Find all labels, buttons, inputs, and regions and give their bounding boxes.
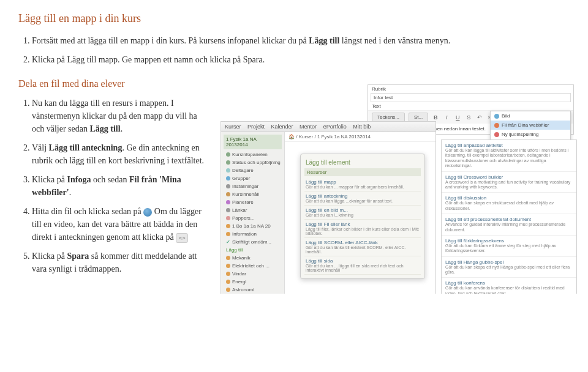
italic-icon[interactable]: I [443, 114, 450, 121]
folder-icon [226, 272, 230, 276]
popup-item[interactable]: Lägg till sidaGör att du kan ... lägga t… [304, 256, 421, 275]
rubrik-input[interactable]: Infor test [371, 93, 571, 102]
activity-item[interactable]: Lägg till anpassad aktivitetGör att du k… [442, 140, 576, 172]
activity-title: Lägg till förklaringssekvens [445, 238, 573, 244]
intro-text: längst ned i den vänstra menyn. [339, 36, 450, 45]
bullet-icon [226, 200, 230, 204]
tab-bib[interactable]: Mitt bib [353, 124, 371, 130]
sidebar-item[interactable]: Kursinnehåll [224, 190, 282, 198]
tab-eportfolio[interactable]: ePortfolio [323, 124, 347, 130]
activity-desc: Gör att du kan skapa ett nytt Hänga gubb… [445, 265, 573, 275]
activity-item[interactable]: Lägg till Crossword builderA crossword i… [442, 172, 576, 193]
sidebar-label: Information [232, 231, 257, 237]
step-text: Klicka på [32, 251, 67, 261]
embed-icon: <> [176, 233, 188, 243]
globe-icon [143, 208, 152, 217]
popup-item-title: Lägg till Fil eller länk [306, 221, 420, 227]
image-icon [494, 114, 499, 119]
sidebar-item[interactable]: Kursinfopanelen [224, 151, 282, 158]
sidebar-add-sub[interactable]: Lägg till [224, 246, 282, 254]
intro-text: Fortsätt med att lägga till en mapp i di… [32, 36, 309, 45]
popup-item-desc: Gör att du kan ... lägga till en sida me… [306, 264, 420, 272]
font-dropdown[interactable]: Teckens... [372, 113, 405, 122]
intro-list: Fortsätt med att lägga till en mapp i di… [18, 34, 570, 66]
sidebar-item[interactable]: 1 Bo 1a 1a NA 20 [224, 222, 282, 230]
sidebar-label: Kursinfopanelen [232, 152, 268, 157]
popup-item-title: Lägg till mapp [306, 179, 420, 185]
page-heading: Lägg till en mapp i din kurs [18, 12, 570, 25]
step-text: Välj [32, 143, 49, 152]
menu-item-audio[interactable]: Ny ljudinspelning [491, 130, 570, 139]
folder-icon [226, 256, 230, 260]
sidebar-item[interactable]: Pappers... [224, 214, 282, 222]
folder-icon [226, 288, 230, 292]
activity-title: Lägg till diskussion [445, 195, 573, 201]
popup-item-desc: Gör att du kan länka till existent SCORM… [306, 245, 420, 254]
size-dropdown[interactable]: St... [409, 113, 428, 122]
nav-tabs: Kurser Projekt Kalender Mentor ePortfoli… [221, 122, 435, 132]
sidebar-item[interactable]: Mekanik [224, 254, 282, 262]
label-text: Text [372, 103, 381, 109]
bold-icon[interactable]: B [432, 114, 439, 121]
step-text: Klicka på [32, 175, 67, 184]
undo-icon[interactable]: ↶ [476, 114, 483, 121]
activity-item[interactable]: Lägg till Hänga gubbe-spelGör att du kan… [442, 257, 576, 278]
popup-item-title: Lägg till sida [306, 258, 420, 264]
sidebar-item[interactable]: Astronomi [224, 286, 282, 294]
activity-item[interactable]: Lägg till förklaringssekvensGör att du k… [442, 236, 576, 257]
activity-item[interactable]: Lägg till konferensGör att du kan använd… [442, 278, 576, 294]
popup-item[interactable]: Lägg till Fil eller länkLägg till filer,… [304, 220, 421, 238]
popup-item[interactable]: Lägg till SCORM- eller AICC-länkGör att … [304, 238, 421, 256]
sidebar-item[interactable]: Status och uppföljning [224, 158, 282, 166]
activity-item[interactable]: Lägg till diskussionGör att du kan skapa… [442, 193, 576, 214]
sidebar-item[interactable]: Inställningar [224, 182, 282, 190]
sidebar-label: Status och uppföljning [232, 160, 281, 165]
sidebar-label: Deltagare [232, 168, 254, 173]
bullet-icon [226, 176, 230, 180]
popup-item-desc: Gör att du kan lägga ...ckningar för ans… [306, 199, 420, 203]
sidebar-item[interactable]: ✔Skriftligt omdöm... [224, 238, 282, 246]
tab-mentor[interactable]: Mentor [300, 124, 317, 130]
folder-icon [226, 224, 230, 228]
folder-icon [226, 264, 230, 268]
tab-kurser[interactable]: Kurser [225, 124, 241, 130]
popup-item[interactable]: Lägg till en bild m...Gör att du kan l..… [304, 206, 421, 220]
activity-desc: Gör att du kan lägga till aktiviteter so… [445, 148, 573, 169]
activity-title: Lägg till konferens [445, 280, 573, 286]
sidebar-label: Energi [232, 279, 246, 285]
course-title: 1 Fysik 1a NA 20132014 [224, 135, 282, 149]
activity-desc: A crossword is a motivating and fun acti… [445, 180, 573, 190]
popup-item[interactable]: Lägg till mappGör att du kan ... mappar … [304, 177, 421, 192]
intro-item-2: Klicka på Lägg till mapp. Ge mappen ett … [32, 53, 570, 66]
strike-icon[interactable]: S [465, 114, 472, 121]
activity-desc: Gör att du kan skapa en strukturerad deb… [445, 201, 573, 211]
steps-list: Nu kan du lägga till en resurs i mappen.… [18, 97, 208, 275]
sidebar-item[interactable]: Grupper [224, 174, 282, 182]
bullet-icon [226, 208, 230, 212]
file-icon [494, 123, 499, 128]
underline-icon[interactable]: U [454, 114, 461, 121]
sidebar-item[interactable]: Länkar [224, 206, 282, 214]
sidebar-item[interactable]: Deltagare [224, 166, 282, 174]
sidebar-item[interactable]: Elektricitet och ... [224, 262, 282, 270]
activity-desc: Gör att du kan använda konferenser för d… [445, 286, 573, 294]
sidebar-label: Elektricitet och ... [232, 263, 270, 269]
popup-item[interactable]: Lägg till anteckningGör att du kan lägga… [304, 192, 421, 206]
sidebar-label: Inställningar [232, 184, 258, 189]
tab-kalender[interactable]: Kalender [271, 124, 293, 130]
popup-title: Lägg till element [304, 158, 421, 168]
activity-desc: Används för guidad interaktiv inlärning … [445, 222, 573, 232]
sidebar-item[interactable]: Vindar [224, 270, 282, 278]
sidebar-item[interactable]: Information [224, 230, 282, 238]
activity-item[interactable]: Lägg till ett processorienterat dokument… [442, 214, 576, 236]
add-element-popup: Lägg till element Resurser Lägg till map… [300, 154, 425, 279]
tab-projekt[interactable]: Projekt [247, 124, 265, 130]
sidebar-item[interactable]: Energi [224, 278, 282, 286]
sidebar-item[interactable]: Planerare [224, 198, 282, 206]
menu-label: Ny ljudinspelning [502, 132, 538, 137]
sidebar-label: Länkar [232, 207, 247, 213]
menu-item-bild[interactable]: Bild [491, 111, 570, 121]
activities-list: Lägg till anpassad aktivitetGör att du k… [441, 140, 577, 294]
step-bold: Spara [67, 251, 89, 261]
menu-item-fil[interactable]: Fil från Dina webbfiler [491, 121, 570, 130]
